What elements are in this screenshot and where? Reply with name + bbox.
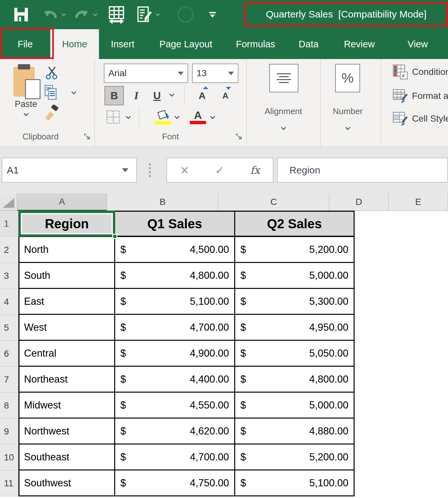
region-cell[interactable]: Central bbox=[18, 341, 115, 367]
row-header[interactable]: 3 bbox=[0, 263, 18, 289]
format-painter-icon[interactable] bbox=[43, 105, 59, 121]
region-cell[interactable]: Midwest bbox=[18, 393, 115, 419]
number-format-icon[interactable]: % bbox=[335, 64, 360, 92]
format-as-table-button[interactable]: Format as Table bbox=[393, 88, 448, 104]
region-cell[interactable]: East bbox=[18, 289, 115, 315]
row-header[interactable]: 10 bbox=[0, 445, 18, 470]
q2-cell[interactable]: $5,000.00 bbox=[235, 393, 355, 419]
save-icon[interactable] bbox=[13, 6, 29, 23]
row-header[interactable]: 9 bbox=[0, 419, 18, 445]
empty-cell[interactable] bbox=[355, 315, 448, 341]
fill-handle[interactable] bbox=[112, 234, 117, 239]
empty-cell[interactable] bbox=[355, 445, 448, 470]
tab-view[interactable]: View bbox=[387, 29, 448, 59]
row-header[interactable]: 2 bbox=[0, 237, 18, 263]
q1-cell[interactable]: $4,620.00 bbox=[115, 419, 235, 445]
redo-dropdown-icon[interactable] bbox=[93, 12, 97, 16]
customize-qat-icon[interactable] bbox=[209, 12, 216, 18]
circle-icon[interactable] bbox=[177, 6, 194, 23]
cell-b1-q1-sales[interactable]: Q1 Sales bbox=[115, 211, 235, 237]
formula-bar-grip[interactable] bbox=[149, 163, 151, 177]
row-header[interactable]: 5 bbox=[0, 315, 18, 341]
insert-function-icon[interactable]: fx bbox=[250, 164, 260, 176]
italic-button[interactable]: I bbox=[128, 86, 144, 105]
q1-cell[interactable]: $4,500.00 bbox=[115, 237, 235, 263]
fill-color-icon[interactable] bbox=[154, 106, 172, 128]
cancel-icon[interactable]: ✕ bbox=[180, 164, 189, 177]
undo-dropdown-icon[interactable] bbox=[62, 12, 66, 16]
q1-cell[interactable]: $4,800.00 bbox=[115, 263, 235, 289]
empty-cell[interactable] bbox=[355, 289, 448, 315]
formula-bar-input[interactable]: Region bbox=[277, 158, 448, 183]
column-header-d[interactable]: D bbox=[329, 194, 389, 211]
cell-a1-region[interactable]: Region bbox=[18, 211, 115, 237]
tab-formulas[interactable]: Formulas bbox=[225, 29, 286, 59]
paste-dropdown-icon[interactable] bbox=[23, 111, 29, 116]
empty-cell[interactable] bbox=[355, 393, 448, 419]
undo-icon[interactable] bbox=[42, 6, 59, 23]
font-size-select[interactable]: 13 bbox=[192, 64, 238, 83]
q2-cell[interactable]: $4,800.00 bbox=[235, 367, 355, 393]
q2-cell[interactable]: $4,950.00 bbox=[235, 315, 355, 341]
column-header-c[interactable]: C bbox=[218, 194, 329, 211]
q1-cell[interactable]: $4,550.00 bbox=[115, 393, 235, 419]
redo-icon[interactable] bbox=[73, 6, 91, 23]
alignment-dropdown-icon[interactable] bbox=[281, 125, 286, 130]
font-dialog-launcher-icon[interactable] bbox=[235, 133, 243, 142]
empty-cell[interactable] bbox=[355, 263, 448, 289]
region-cell[interactable]: South bbox=[18, 263, 115, 289]
q1-cell[interactable]: $4,700.00 bbox=[115, 315, 235, 341]
name-box[interactable]: A1 bbox=[2, 158, 137, 183]
edit-document-icon[interactable] bbox=[135, 6, 153, 24]
borders-dropdown-icon[interactable] bbox=[126, 114, 131, 119]
fill-color-dropdown-icon[interactable] bbox=[175, 114, 180, 119]
copy-dropdown-icon[interactable] bbox=[71, 89, 77, 95]
empty-cell[interactable] bbox=[355, 470, 448, 496]
q1-cell[interactable]: $4,900.00 bbox=[115, 341, 235, 367]
alignment-icon[interactable] bbox=[269, 64, 298, 92]
q1-cell[interactable]: $4,750.00 bbox=[115, 470, 235, 496]
clipboard-dialog-launcher-icon[interactable] bbox=[83, 133, 91, 142]
row-header[interactable]: 6 bbox=[0, 341, 18, 367]
tab-insert[interactable]: Insert bbox=[99, 29, 147, 59]
row-header[interactable]: 11 bbox=[0, 470, 18, 496]
row-header-1[interactable]: 1 bbox=[0, 211, 18, 237]
region-cell[interactable]: Southeast bbox=[18, 445, 115, 470]
borders-icon[interactable] bbox=[104, 108, 123, 126]
tab-home[interactable]: Home bbox=[50, 29, 99, 59]
region-cell[interactable]: North bbox=[18, 237, 115, 263]
bold-button[interactable]: B bbox=[104, 86, 124, 105]
paste-button[interactable]: Paste bbox=[10, 64, 42, 117]
region-cell[interactable]: Northwest bbox=[18, 419, 115, 445]
row-header[interactable]: 4 bbox=[0, 289, 18, 315]
font-name-select[interactable]: Arial bbox=[104, 64, 188, 83]
q2-cell[interactable]: $5,050.00 bbox=[235, 341, 355, 367]
region-cell[interactable]: Northeast bbox=[18, 367, 115, 393]
tab-file[interactable]: File bbox=[0, 29, 50, 59]
region-cell[interactable]: Southwest bbox=[18, 470, 115, 496]
empty-cell[interactable] bbox=[355, 419, 448, 445]
empty-cell[interactable] bbox=[355, 237, 448, 263]
empty-cell[interactable] bbox=[355, 367, 448, 393]
q2-cell[interactable]: $5,200.00 bbox=[235, 237, 355, 263]
tab-review[interactable]: Review bbox=[331, 29, 387, 59]
region-cell[interactable]: West bbox=[18, 315, 115, 341]
table-adjust-icon[interactable] bbox=[107, 5, 126, 24]
q2-cell[interactable]: $5,200.00 bbox=[235, 445, 355, 470]
q2-cell[interactable]: $5,300.00 bbox=[235, 289, 355, 315]
underline-button[interactable]: U bbox=[149, 86, 165, 105]
column-header-e[interactable]: E bbox=[389, 194, 448, 211]
cell-c1-q2-sales[interactable]: Q2 Sales bbox=[235, 211, 355, 237]
number-dropdown-icon[interactable] bbox=[345, 125, 350, 130]
grow-font-button[interactable]: A bbox=[192, 86, 212, 105]
empty-cell[interactable] bbox=[355, 211, 448, 237]
edit-dropdown-icon[interactable] bbox=[156, 12, 160, 16]
name-box-dropdown-icon[interactable] bbox=[122, 168, 128, 172]
font-color-dropdown-icon[interactable] bbox=[210, 114, 215, 119]
q2-cell[interactable]: $4,880.00 bbox=[235, 419, 355, 445]
column-header-b[interactable]: B bbox=[107, 194, 219, 211]
enter-icon[interactable]: ✓ bbox=[215, 164, 224, 177]
row-header[interactable]: 7 bbox=[0, 367, 18, 393]
q1-cell[interactable]: $4,700.00 bbox=[115, 445, 235, 470]
conditional-formatting-button[interactable]: ≠ Conditional Formatting bbox=[393, 64, 448, 80]
